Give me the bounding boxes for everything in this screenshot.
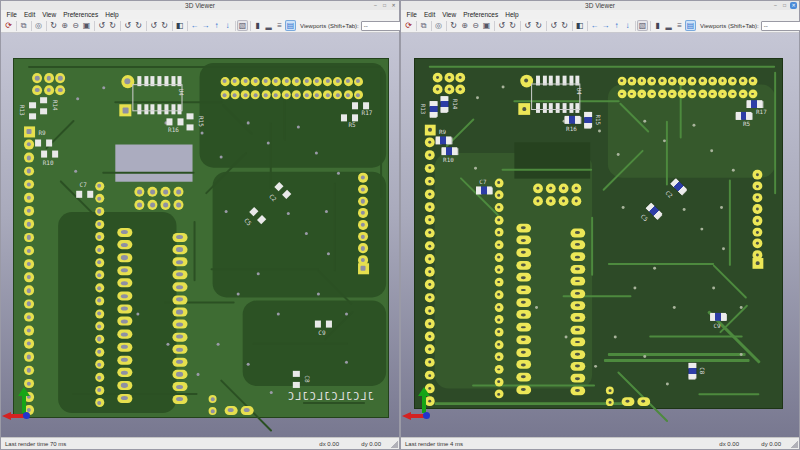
zoom-fit-icon[interactable]: ▣ (81, 20, 92, 31)
rotate-z-cw-icon[interactable]: ↻ (159, 20, 170, 31)
rotate-z-ccw-icon[interactable]: ↺ (148, 20, 159, 31)
via (197, 373, 200, 376)
through-hole-pad (95, 258, 104, 267)
move-right-icon[interactable]: → (600, 20, 611, 31)
3d-viewport[interactable]: R13R14R9R10C7R16R15R17R5C2C5C9C8U4JLCJLC… (1, 33, 399, 437)
reload-board-icon[interactable]: ⟳ (3, 20, 14, 31)
render-solid-icon[interactable]: ▮ (252, 20, 263, 31)
resize-grip[interactable] (790, 440, 798, 448)
viewports-dropdown[interactable]: --▾ (761, 21, 800, 31)
drill-hole (121, 256, 128, 260)
axis-gizmo (3, 387, 45, 425)
3d-viewport[interactable]: R13R14R9R10C7R16R15R17R5C2C5C9C8U4 (401, 33, 799, 437)
menu-item-help[interactable]: Help (502, 10, 522, 19)
menu-item-preferences[interactable]: Preferences (460, 10, 502, 19)
move-up-icon[interactable]: ↑ (611, 20, 622, 31)
copy-image-icon[interactable]: ⧉ (418, 20, 429, 31)
menu-item-help[interactable]: Help (102, 10, 122, 19)
drill-hole (756, 253, 759, 256)
rotate-y-cw-icon[interactable]: ↻ (533, 20, 544, 31)
ortho-projection-icon[interactable]: ▧ (637, 20, 648, 31)
menu-item-view[interactable]: View (439, 10, 460, 19)
render-wireframe-icon[interactable]: ▂ (663, 20, 674, 31)
render-solid-icon[interactable]: ▮ (652, 20, 663, 31)
close-button[interactable]: ✕ (390, 2, 397, 9)
flip-board-icon[interactable]: ◧ (174, 20, 185, 31)
zoom-out-icon[interactable]: ⊖ (70, 20, 81, 31)
zoom-in-icon[interactable]: ⊕ (59, 20, 70, 31)
through-hole-pad (425, 306, 434, 315)
minimize-button[interactable]: – (372, 2, 379, 9)
appearance-manager-icon[interactable]: ▤ (285, 20, 296, 31)
reload-board-icon[interactable]: ⟳ (403, 20, 414, 31)
rotate-z-ccw-icon[interactable]: ↺ (548, 20, 559, 31)
menu-bar: FileEditViewPreferencesHelp (401, 10, 799, 19)
title-bar[interactable]: 3D Viewer – □ ✕ (1, 1, 399, 10)
show-silkscreen-icon[interactable]: ≡ (274, 20, 285, 31)
via (247, 121, 250, 124)
drill-hole (27, 235, 31, 239)
drill-hole (575, 268, 580, 271)
menu-item-edit[interactable]: Edit (420, 10, 438, 19)
move-left-icon[interactable]: ← (189, 20, 200, 31)
through-hole-pad (753, 170, 762, 179)
rotate-x-cw-icon[interactable]: ↻ (107, 20, 118, 31)
drill-hole (575, 243, 580, 246)
refresh-view-icon[interactable]: ↻ (48, 20, 59, 31)
move-down-icon[interactable]: ↓ (222, 20, 233, 31)
minimize-button[interactable]: – (772, 2, 779, 9)
through-hole-pad (516, 348, 531, 357)
drill-hole (661, 79, 664, 82)
drill-hole (521, 313, 526, 316)
drill-hole (521, 288, 526, 291)
maximize-button[interactable]: □ (781, 2, 788, 9)
rotate-y-ccw-icon[interactable]: ↺ (522, 20, 533, 31)
menu-item-edit[interactable]: Edit (20, 10, 38, 19)
appearance-manager-icon[interactable]: ▤ (685, 20, 696, 31)
resize-grip[interactable] (390, 440, 398, 448)
drill-hole (521, 251, 526, 254)
component-body (442, 147, 458, 155)
show-silkscreen-icon[interactable]: ≡ (674, 20, 685, 31)
rotate-y-ccw-icon[interactable]: ↺ (122, 20, 133, 31)
drill-hole (361, 234, 365, 238)
render-view-icon[interactable]: ◎ (33, 20, 44, 31)
ortho-projection-icon[interactable]: ▧ (237, 20, 248, 31)
render-wireframe-icon[interactable]: ▂ (263, 20, 274, 31)
title-bar[interactable]: 3D Viewer – □ ✕ (401, 1, 799, 10)
drill-hole (620, 79, 623, 82)
rotate-y-cw-icon[interactable]: ↻ (133, 20, 144, 31)
move-right-icon[interactable]: → (200, 20, 211, 31)
menu-item-file[interactable]: File (403, 10, 420, 19)
rotate-x-ccw-icon[interactable]: ↺ (496, 20, 507, 31)
menu-item-view[interactable]: View (39, 10, 60, 19)
move-left-icon[interactable]: ← (589, 20, 600, 31)
through-hole-pad (323, 90, 332, 99)
refresh-view-icon[interactable]: ↻ (448, 20, 459, 31)
window-controls: – □ ✕ (772, 2, 797, 9)
drill-hole (274, 93, 278, 97)
zoom-fit-icon[interactable]: ▣ (481, 20, 492, 31)
rotate-z-cw-icon[interactable]: ↻ (559, 20, 570, 31)
rotate-x-ccw-icon[interactable]: ↺ (96, 20, 107, 31)
flip-board-icon[interactable]: ◧ (574, 20, 585, 31)
through-hole-pad (516, 236, 531, 245)
through-hole-pad (24, 219, 34, 229)
close-button[interactable]: ✕ (790, 2, 797, 9)
through-hole-pad (668, 89, 677, 98)
rotate-x-cw-icon[interactable]: ↻ (507, 20, 518, 31)
through-hole-pad (32, 85, 42, 95)
menu-item-file[interactable]: File (3, 10, 20, 19)
move-up-icon[interactable]: ↑ (211, 20, 222, 31)
through-hole-pad (240, 406, 253, 415)
move-down-icon[interactable]: ↓ (622, 20, 633, 31)
through-hole-pad (24, 246, 34, 256)
copper-trace (28, 66, 381, 68)
zoom-out-icon[interactable]: ⊖ (470, 20, 481, 31)
zoom-in-icon[interactable]: ⊕ (459, 20, 470, 31)
copy-image-icon[interactable]: ⧉ (18, 20, 29, 31)
menu-item-preferences[interactable]: Preferences (60, 10, 102, 19)
drill-hole (346, 93, 350, 97)
render-view-icon[interactable]: ◎ (433, 20, 444, 31)
maximize-button[interactable]: □ (381, 2, 388, 9)
